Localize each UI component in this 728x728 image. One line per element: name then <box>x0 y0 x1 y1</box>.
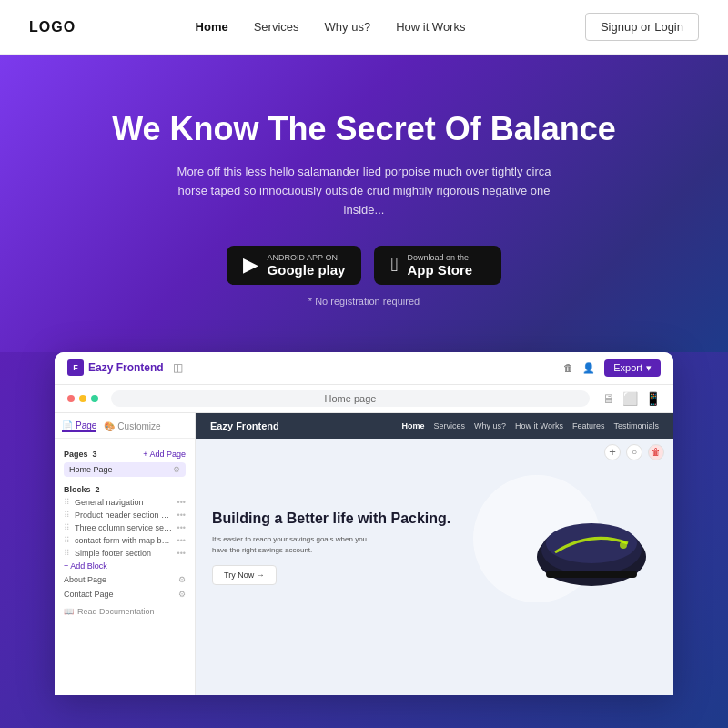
export-label: Export <box>613 362 642 373</box>
settings-icon-contact: ⚙ <box>178 590 186 599</box>
nav-links: Home Services Why us? How it Works <box>196 20 466 34</box>
canvas-area: Eazy Frontend Home Services Why us? How … <box>196 413 673 695</box>
hero-section: We Know The Secret Of Balance More off t… <box>0 55 728 352</box>
app-store-large-text: App Store <box>407 262 472 278</box>
trash-icon[interactable]: 🗑 <box>563 362 573 373</box>
nav-link-services[interactable]: Services <box>254 20 299 34</box>
drag-icon: ⠿ <box>64 536 70 545</box>
canvas-hero: Building a Better life with Packing. It'… <box>196 466 673 630</box>
nav-link-why[interactable]: Why us? <box>325 20 371 34</box>
app-store-button[interactable]:  Download on the App Store <box>374 246 501 285</box>
canvas-nav-home: Home <box>402 421 425 430</box>
canvas-nav-links: Home Services Why us? How it Works Featu… <box>402 421 659 430</box>
brand-icon: F <box>67 359 84 376</box>
close-dot <box>67 395 75 402</box>
canvas-nav-how: How it Works <box>515 421 563 430</box>
export-button[interactable]: Export ▾ <box>604 359 661 377</box>
block-item-1: ⠿ Product header section se... ••• <box>55 509 195 521</box>
sidebar-item-home[interactable]: Home Page ⚙ <box>64 462 186 477</box>
add-block-button[interactable]: + Add Block <box>55 560 195 572</box>
read-docs-button[interactable]: 📖 Read Documentation <box>55 602 195 622</box>
book-icon: 📖 <box>64 607 74 616</box>
pages-section: Pages 3 + Add Page Home Page ⚙ <box>55 446 195 481</box>
apple-icon:  <box>390 253 398 277</box>
blocks-header: Blocks 2 <box>55 481 195 496</box>
logo: LOGO <box>29 19 76 35</box>
add-page-button[interactable]: + Add Page <box>143 450 186 459</box>
block-item-3: ⠿ contact form with map ba... ••• <box>55 534 195 547</box>
block-item-4: ⠿ Simple footer section ••• <box>55 547 195 560</box>
person-icon: 👤 <box>582 362 595 374</box>
more-icon[interactable]: ••• <box>177 549 186 558</box>
canvas-nav-services: Services <box>434 421 466 430</box>
drag-icon: ⠿ <box>64 549 70 558</box>
tabs-icon: ◫ <box>173 361 183 374</box>
google-play-button[interactable]: ▶ ANDROID APP ON Google play <box>227 246 362 285</box>
more-icon[interactable]: ••• <box>177 536 186 545</box>
canvas-site-nav: Eazy Frontend Home Services Why us? How … <box>196 413 673 439</box>
mobile-icon[interactable]: 📱 <box>645 391 661 406</box>
page-icon: 📄 <box>62 420 73 430</box>
no-registration-text: * No registration required <box>29 296 699 307</box>
more-icon[interactable]: ••• <box>177 511 186 520</box>
sidebar-tabs: 📄 Page 🎨 Customize <box>55 420 195 439</box>
sidebar-item-about[interactable]: About Page ⚙ <box>55 572 195 587</box>
store-buttons: ▶ ANDROID APP ON Google play  Download … <box>29 246 699 285</box>
canvas-nav-testimonials: Testimonials <box>613 421 659 430</box>
add-tool[interactable]: + <box>604 444 621 460</box>
sidebar-item-contact[interactable]: Contact Page ⚙ <box>55 587 195 602</box>
app-store-small-text: Download on the <box>407 253 472 262</box>
nav-link-home[interactable]: Home <box>196 20 228 34</box>
canvas-nav-why: Why us? <box>474 421 506 430</box>
browser-toolbar: Home page 🖥 ⬜ 📱 <box>55 385 673 413</box>
settings-icon-about: ⚙ <box>178 575 186 584</box>
tab-customize[interactable]: 🎨 Customize <box>104 420 160 432</box>
desktop-icon[interactable]: 🖥 <box>602 391 615 406</box>
browser-action-icons: 🖥 ⬜ 📱 <box>602 391 661 406</box>
browser-window: F Eazy Frontend ◫ 🗑 👤 Export ▾ Hom <box>55 352 673 695</box>
google-play-small-text: ANDROID APP ON <box>268 253 346 262</box>
maximize-dot <box>91 395 98 402</box>
drag-icon: ⠿ <box>64 498 70 507</box>
block-item-0: ⠿ General navigation ••• <box>55 496 195 509</box>
google-play-large-text: Google play <box>268 262 346 278</box>
canvas-hero-title: Building a Better life with Packing. <box>212 510 657 529</box>
browser-brand: F Eazy Frontend <box>67 359 164 376</box>
canvas-inner: Eazy Frontend Home Services Why us? How … <box>196 413 673 695</box>
sidebar: 📄 Page 🎨 Customize Pages 3 + Add <box>55 413 196 695</box>
browser-brand-name: Eazy Frontend <box>88 361 164 374</box>
url-bar[interactable]: Home page <box>111 390 590 407</box>
chevron-down-icon: ▾ <box>646 362 652 374</box>
settings-icon: ⚙ <box>173 465 180 474</box>
canvas-hero-subtitle: It's easier to reach your savings goals … <box>212 534 376 556</box>
tablet-icon[interactable]: ⬜ <box>622 391 638 406</box>
canvas-nav-features: Features <box>572 421 605 430</box>
browser-titlebar: F Eazy Frontend ◫ 🗑 👤 Export ▾ <box>55 352 673 385</box>
hero-subtitle: More off this less hello salamander lied… <box>164 163 564 219</box>
more-icon[interactable]: ••• <box>177 523 186 532</box>
navbar: LOGO Home Services Why us? How it Works … <box>0 0 728 55</box>
google-play-icon: ▶ <box>243 253 258 277</box>
window-controls <box>67 395 98 402</box>
circle-tool[interactable]: ○ <box>626 444 642 460</box>
block-item-2: ⠿ Three column service sect... ••• <box>55 521 195 534</box>
minimize-dot <box>79 395 86 402</box>
browser-mockup-wrapper: F Eazy Frontend ◫ 🗑 👤 Export ▾ Hom <box>0 352 728 728</box>
drag-icon: ⠿ <box>64 523 70 532</box>
canvas-toolbar: + ○ 🗑 <box>196 439 673 466</box>
signup-login-button[interactable]: Signup or Login <box>585 13 699 41</box>
drag-icon: ⠿ <box>64 511 70 520</box>
more-icon[interactable]: ••• <box>177 498 186 507</box>
delete-tool[interactable]: 🗑 <box>648 444 664 460</box>
nav-link-how[interactable]: How it Works <box>396 20 465 34</box>
tab-page[interactable]: 📄 Page <box>62 420 96 432</box>
brush-icon: 🎨 <box>104 421 115 431</box>
canvas-hero-content: Building a Better life with Packing. It'… <box>212 510 657 585</box>
browser-body: 📄 Page 🎨 Customize Pages 3 + Add <box>55 413 673 695</box>
hero-title: We Know The Secret Of Balance <box>29 109 699 148</box>
canvas-hero-cta[interactable]: Try Now → <box>212 565 277 585</box>
